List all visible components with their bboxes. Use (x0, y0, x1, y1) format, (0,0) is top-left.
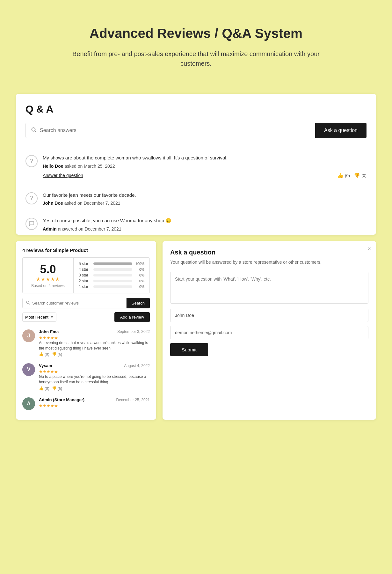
review-text: Go to a place where you're not going to … (39, 374, 150, 385)
answer-icon (25, 218, 38, 230)
bar-track (93, 274, 132, 276)
bar-pct: 0% (135, 268, 144, 271)
qa-item-content: My shows are about the complete woman wh… (43, 154, 367, 179)
hero-title: Advanced Reviews / Q&A System (64, 26, 328, 41)
thumbs-up-icon: 👍 (39, 352, 44, 357)
review-header: Admin (Store Manager) December 25, 2021 (39, 397, 150, 402)
review-text: An evening dress that reveals a woman's … (39, 340, 150, 351)
bar-label: 2 star (79, 279, 91, 283)
vote-up-count: (0) (45, 386, 49, 391)
review-item: V Vysam August 4, 2022 ★★★★★ Go to a pla… (22, 360, 150, 394)
review-date: August 4, 2022 (124, 364, 150, 368)
review-search-input[interactable] (32, 298, 123, 308)
vote-down-count: (0) (361, 173, 367, 178)
thumbs-down-icon: 👎 (52, 386, 57, 391)
review-votes: 👍 (0) 👎 (6) (39, 386, 150, 391)
qa-item-date: March 25, 2022 (84, 164, 115, 169)
bar-pct: 0% (135, 273, 144, 277)
filter-row: Most Recent Add a review (22, 312, 150, 322)
thumbs-up-icon: 👍 (337, 173, 344, 179)
qa-item-text: Our favorite jean meets our favorite dec… (43, 192, 367, 199)
svg-point-0 (32, 128, 35, 131)
thumbs-down-icon: 👎 (354, 173, 360, 179)
ask-question-modal: × Ask a question Your question will be a… (163, 241, 376, 420)
review-header: John Ema September 3, 2022 (39, 329, 150, 334)
vote-up-count: (0) (45, 352, 49, 357)
bar-label: 3 star (79, 273, 91, 277)
modal-close-button[interactable]: × (367, 246, 371, 252)
review-search-box (22, 298, 127, 308)
qa-item-asked-label: asked on (64, 201, 84, 206)
qa-answer-item: Yes of course possible, you can use Woom… (25, 212, 367, 235)
qa-answer-author: Admin (43, 226, 57, 232)
vote-row: 👍 (0) 👎 (0) (337, 173, 367, 179)
review-date: September 3, 2022 (117, 329, 150, 334)
search-icon (31, 127, 37, 134)
review-stars: ★★★★★ (39, 369, 150, 374)
ask-question-button[interactable]: Ask a question (315, 123, 367, 138)
vote-up-small: 👍 (0) (39, 386, 49, 391)
question-textarea[interactable] (170, 272, 368, 304)
bar-row-3: 3 star 0% (79, 273, 144, 277)
qa-item-footer: Answer the question 👍 (0) 👎 (0) (43, 173, 367, 179)
question-icon: ? (25, 155, 38, 167)
hero-subtitle: Benefit from pre- and post-sales experie… (64, 49, 328, 68)
review-content: Admin (Store Manager) December 25, 2021 … (39, 397, 150, 410)
qa-item-content: Our favorite jean meets our favorite dec… (43, 192, 367, 206)
reviewer-name: John Ema (39, 329, 59, 334)
qa-panel: Q & A Ask a question ? My shows are abou… (16, 94, 376, 235)
bottom-section: 4 reviews for Simple Product 5.0 ★★★★★ B… (16, 241, 376, 420)
add-review-button[interactable]: Add a review (114, 312, 150, 322)
submit-button[interactable]: Submit (170, 343, 208, 356)
vote-down-count: (6) (58, 352, 62, 357)
qa-section-title: Q & A (25, 103, 367, 115)
vote-up-count: (0) (345, 173, 350, 178)
review-date: December 25, 2021 (116, 398, 150, 402)
qa-search-input[interactable] (40, 123, 310, 138)
qa-item-date: December 7, 2021 (83, 201, 120, 206)
bar-row-1: 1 star 0% (79, 284, 144, 289)
qa-answer-meta: Admin answered on December 7, 2021 (43, 226, 367, 232)
vote-down-small: 👎 (6) (52, 352, 62, 357)
email-input[interactable] (170, 326, 368, 339)
vote-up-small: 👍 (0) (39, 352, 49, 357)
bar-pct: 0% (135, 279, 144, 283)
review-content: John Ema September 3, 2022 ★★★★★ An even… (39, 329, 150, 357)
vote-down-count: (6) (58, 386, 62, 391)
qa-item-author: John Doe (43, 201, 63, 206)
review-stars: ★★★★★ (39, 335, 150, 340)
review-item: J John Ema September 3, 2022 ★★★★★ An ev… (22, 326, 150, 360)
filter-select[interactable]: Most Recent (22, 313, 56, 322)
vote-down-small: 👎 (6) (52, 386, 62, 391)
bar-label: 5 star (79, 261, 91, 266)
based-on: Based on 4 reviews (29, 283, 67, 288)
bar-row-5: 5 star 100% (79, 261, 144, 266)
thumbs-up-icon: 👍 (39, 386, 44, 391)
qa-item: ? My shows are about the complete woman … (25, 148, 367, 185)
svg-line-3 (29, 303, 30, 304)
qa-answer-date: December 7, 2021 (85, 226, 121, 232)
hero-section: Advanced Reviews / Q&A System Benefit fr… (0, 0, 392, 87)
reviewer-avatar: J (22, 329, 35, 342)
bar-label: 4 star (79, 267, 91, 272)
review-search-button[interactable]: Search (127, 298, 150, 308)
review-search-row: Search (22, 298, 150, 308)
rating-summary: 5.0 ★★★★★ Based on 4 reviews 5 star 100%… (22, 257, 150, 293)
bar-pct: 0% (135, 285, 144, 289)
review-stars: ★★★★★ (39, 403, 150, 408)
bar-track (93, 268, 132, 271)
rating-left: 5.0 ★★★★★ Based on 4 reviews (23, 258, 74, 293)
rating-bars: 5 star 100% 4 star 0% 3 star (74, 258, 149, 293)
answer-link[interactable]: Answer the question (43, 173, 83, 178)
thumbs-down-icon: 👎 (52, 352, 57, 357)
bar-track (93, 262, 132, 265)
qa-item-meta: John Doe asked on December 7, 2021 (43, 201, 367, 206)
name-input[interactable] (170, 309, 368, 322)
svg-point-2 (26, 301, 29, 304)
review-content: Vysam August 4, 2022 ★★★★★ Go to a place… (39, 363, 150, 391)
qa-item-asked-label: asked on (64, 164, 83, 169)
qa-answer-text: Yes of course possible, you can use Woom… (43, 217, 367, 224)
big-score: 5.0 (29, 263, 67, 276)
modal-title: Ask a question (170, 249, 368, 256)
bar-label: 1 star (79, 284, 91, 289)
